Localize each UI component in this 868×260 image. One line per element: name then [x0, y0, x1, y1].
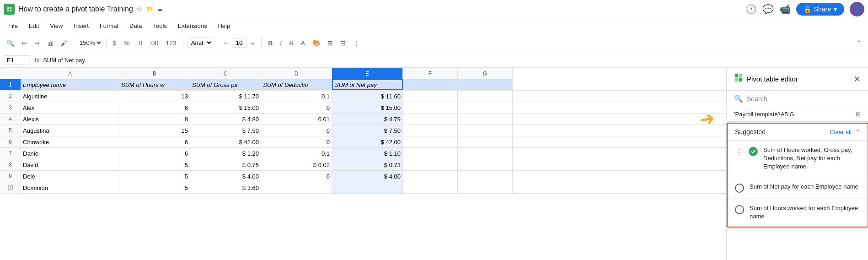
cell-1g[interactable] — [458, 79, 513, 90]
menu-edit[interactable]: Edit — [24, 21, 43, 31]
cell-3c[interactable]: $ 15.00 — [190, 102, 261, 113]
cell-2a[interactable]: Aigustine — [21, 91, 119, 102]
menu-insert[interactable]: Insert — [69, 21, 93, 31]
cell-5a[interactable]: Augustina — [21, 125, 119, 136]
cell-10a[interactable]: Dominion — [21, 182, 119, 193]
font-color-btn[interactable]: A — [298, 38, 308, 49]
star-icon[interactable]: ☆ — [137, 5, 142, 12]
cell-10e[interactable] — [332, 182, 403, 193]
cell-7g[interactable] — [458, 148, 513, 159]
suggestion-item-3[interactable]: Sum of Hours worked for each Employee na… — [728, 199, 868, 227]
cell-7a[interactable]: Daniel — [21, 148, 119, 159]
cell-10g[interactable] — [458, 182, 513, 193]
zoom-select[interactable]: 150% — [78, 39, 102, 47]
col-header-g[interactable]: G — [458, 68, 513, 79]
cell-3a[interactable]: Alex — [21, 102, 119, 113]
cell-6a[interactable]: Chinwoke — [21, 136, 119, 147]
cloud-icon[interactable]: ☁ — [157, 5, 163, 12]
currency-btn[interactable]: $ — [110, 38, 119, 49]
highlight-btn[interactable]: 🎨 — [310, 38, 323, 49]
cell-6f[interactable] — [403, 136, 458, 147]
cell-4c[interactable]: $ 4.80 — [190, 114, 261, 125]
cell-8g[interactable] — [458, 159, 513, 170]
share-button[interactable]: 🔒 Share ▾ — [796, 3, 844, 16]
cell-7c[interactable]: $ 1.20 — [190, 148, 261, 159]
grid-icon[interactable]: ⊞ — [856, 111, 861, 118]
meet-icon[interactable]: 📹 — [779, 4, 791, 15]
bold-btn[interactable]: B — [265, 38, 275, 49]
cell-9c[interactable]: $ 4.00 — [190, 171, 261, 182]
font-size-input[interactable] — [232, 38, 246, 48]
cell-9g[interactable] — [458, 171, 513, 182]
cell-4a[interactable]: Alexis — [21, 114, 119, 125]
cell-6g[interactable] — [458, 136, 513, 147]
cell-7f[interactable] — [403, 148, 458, 159]
decrease-decimal-btn[interactable]: .0 — [134, 38, 145, 49]
cell-4e[interactable]: $ 4.79 — [332, 114, 403, 125]
cell-2b[interactable]: 13 — [119, 91, 190, 102]
borders-btn[interactable]: ⊞ — [325, 38, 336, 49]
cell-5d[interactable]: 0 — [261, 125, 332, 136]
cell-1b[interactable]: SUM of Hours w — [119, 79, 190, 90]
col-header-b[interactable]: B — [119, 68, 190, 79]
collapse-toolbar-btn[interactable]: ⌃ — [853, 38, 864, 49]
cell-1e[interactable]: SUM of Net pay — [332, 79, 403, 90]
cell-8b[interactable]: 5 — [119, 159, 190, 170]
cell-3d[interactable]: 0 — [261, 102, 332, 113]
cell-3e[interactable]: $ 15.00 — [332, 102, 403, 113]
col-header-f[interactable]: F — [403, 68, 458, 79]
cell-9a[interactable]: Dele — [21, 171, 119, 182]
cell-1d[interactable]: SUM of Deductio — [261, 79, 332, 90]
cell-8f[interactable] — [403, 159, 458, 170]
format-123-btn[interactable]: 123 — [163, 38, 179, 49]
cell-6c[interactable]: $ 42.00 — [190, 136, 261, 147]
undo-btn[interactable]: ↩ — [19, 38, 30, 49]
menu-format[interactable]: Format — [95, 21, 123, 31]
chevron-up-icon[interactable]: ⌃ — [855, 129, 860, 135]
cell-9b[interactable]: 5 — [119, 171, 190, 182]
cell-3b[interactable]: 6 — [119, 102, 190, 113]
cell-1f[interactable] — [403, 79, 458, 90]
menu-help[interactable]: Help — [213, 21, 235, 31]
cell-7b[interactable]: 6 — [119, 148, 190, 159]
history-icon[interactable]: 🕐 — [745, 4, 757, 15]
cell-9d[interactable]: 0 — [261, 171, 332, 182]
percent-btn[interactable]: % — [121, 38, 132, 49]
col-header-a[interactable]: A — [21, 68, 119, 79]
cell-ref-input[interactable] — [4, 55, 31, 65]
cell-5g[interactable] — [458, 125, 513, 136]
merge-btn[interactable]: ⊟ — [338, 38, 348, 49]
cell-5f[interactable] — [403, 125, 458, 136]
menu-tools[interactable]: Tools — [148, 21, 171, 31]
avatar[interactable]: 👤 — [850, 2, 864, 16]
cell-3g[interactable] — [458, 102, 513, 113]
strikethrough-btn[interactable]: S — [286, 38, 296, 49]
cell-7e[interactable]: $ 1.10 — [332, 148, 403, 159]
cell-8a[interactable]: David — [21, 159, 119, 170]
cell-2d[interactable]: 0.1 — [261, 91, 332, 102]
clear-all-button[interactable]: Clear all — [830, 129, 852, 135]
cell-5e[interactable]: $ 7.50 — [332, 125, 403, 136]
cell-9f[interactable] — [403, 171, 458, 182]
decrease-font-btn[interactable]: − — [221, 38, 230, 49]
paint-format-btn[interactable]: 🖌 — [58, 38, 70, 49]
increase-decimal-btn[interactable]: .00 — [147, 38, 161, 49]
cell-10c[interactable]: $ 3.60 — [190, 182, 261, 193]
col-header-c[interactable]: C — [190, 68, 261, 79]
menu-view[interactable]: View — [45, 21, 67, 31]
cell-4b[interactable]: 8 — [119, 114, 190, 125]
cell-10b[interactable]: 5 — [119, 182, 190, 193]
cell-2g[interactable] — [458, 91, 513, 102]
cell-2c[interactable]: $ 11.70 — [190, 91, 261, 102]
cell-5b[interactable]: 15 — [119, 125, 190, 136]
cell-1c[interactable]: SUM of Gross pa — [190, 79, 261, 90]
comment-icon[interactable]: 💬 — [762, 4, 774, 15]
cell-1a[interactable]: Employee name — [21, 79, 119, 90]
cell-9e[interactable]: $ 4.00 — [332, 171, 403, 182]
italic-btn[interactable]: I — [277, 38, 284, 49]
print-btn[interactable]: 🖨 — [44, 38, 56, 49]
cell-7d[interactable]: 0.1 — [261, 148, 332, 159]
cell-6e[interactable]: $ 42.00 — [332, 136, 403, 147]
cell-4d[interactable]: 0.01 — [261, 114, 332, 125]
suggestion-item-2[interactable]: Sum of Net pay for each Employee name — [728, 177, 868, 199]
